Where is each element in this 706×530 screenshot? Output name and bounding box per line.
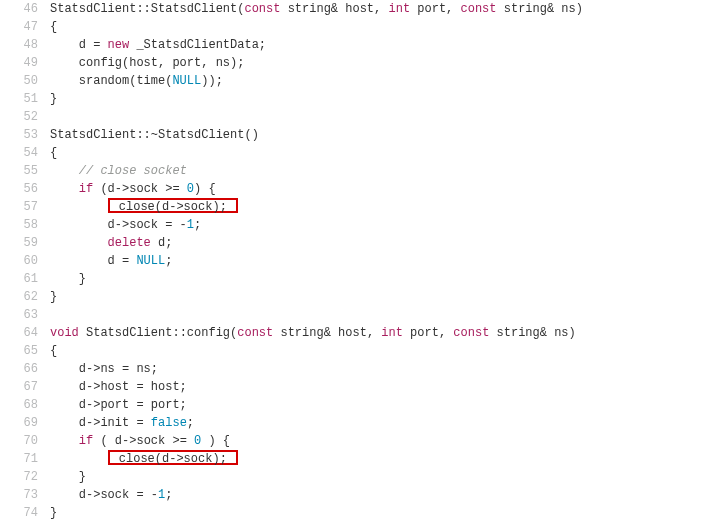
code-content: if (d->sock >= 0) { [50, 180, 216, 198]
code-line: 56 if (d->sock >= 0) { [0, 180, 706, 198]
line-number: 58 [0, 216, 50, 234]
code-content: close(d->sock); [50, 450, 238, 468]
code-content: void StatsdClient::config(const string& … [50, 324, 576, 342]
line-number: 53 [0, 126, 50, 144]
code-line: 59 delete d; [0, 234, 706, 252]
line-number: 62 [0, 288, 50, 306]
code-content: d->host = host; [50, 378, 187, 396]
line-number: 72 [0, 468, 50, 486]
line-number: 63 [0, 306, 50, 324]
line-number: 51 [0, 90, 50, 108]
line-number: 66 [0, 360, 50, 378]
code-line: 54{ [0, 144, 706, 162]
code-content: StatsdClient::~StatsdClient() [50, 126, 259, 144]
code-line: 53StatsdClient::~StatsdClient() [0, 126, 706, 144]
line-number: 61 [0, 270, 50, 288]
code-content: close(d->sock); [50, 198, 238, 216]
code-line: 47{ [0, 18, 706, 36]
line-number: 60 [0, 252, 50, 270]
code-content: } [50, 504, 57, 522]
code-line: 46StatsdClient::StatsdClient(const strin… [0, 0, 706, 18]
code-content: StatsdClient::StatsdClient(const string&… [50, 0, 583, 18]
line-number: 73 [0, 486, 50, 504]
code-content: d = new _StatsdClientData; [50, 36, 266, 54]
line-number: 68 [0, 396, 50, 414]
code-line: 62} [0, 288, 706, 306]
code-content: if ( d->sock >= 0 ) { [50, 432, 230, 450]
code-line: 60 d = NULL; [0, 252, 706, 270]
code-block: 46StatsdClient::StatsdClient(const strin… [0, 0, 706, 522]
code-line: 70 if ( d->sock >= 0 ) { [0, 432, 706, 450]
code-line: 72 } [0, 468, 706, 486]
line-number: 47 [0, 18, 50, 36]
code-content: config(host, port, ns); [50, 54, 244, 72]
code-line: 49 config(host, port, ns); [0, 54, 706, 72]
code-line: 67 d->host = host; [0, 378, 706, 396]
line-number: 59 [0, 234, 50, 252]
code-line: 61 } [0, 270, 706, 288]
code-line: 50 srandom(time(NULL)); [0, 72, 706, 90]
line-number: 46 [0, 0, 50, 18]
line-number: 54 [0, 144, 50, 162]
line-number: 71 [0, 450, 50, 468]
code-content: d = NULL; [50, 252, 172, 270]
code-line: 65{ [0, 342, 706, 360]
code-line: 68 d->port = port; [0, 396, 706, 414]
code-line: 71 close(d->sock); [0, 450, 706, 468]
highlighted-code: close(d->sock); [108, 450, 238, 465]
line-number: 50 [0, 72, 50, 90]
code-content: // close socket [50, 162, 187, 180]
code-line: 48 d = new _StatsdClientData; [0, 36, 706, 54]
code-line: 64void StatsdClient::config(const string… [0, 324, 706, 342]
line-number: 65 [0, 342, 50, 360]
code-content: srandom(time(NULL)); [50, 72, 223, 90]
highlighted-code: close(d->sock); [108, 198, 238, 213]
code-content: delete d; [50, 234, 172, 252]
code-line: 66 d->ns = ns; [0, 360, 706, 378]
line-number: 52 [0, 108, 50, 126]
line-number: 74 [0, 504, 50, 522]
line-number: 64 [0, 324, 50, 342]
line-number: 55 [0, 162, 50, 180]
line-number: 70 [0, 432, 50, 450]
line-number: 67 [0, 378, 50, 396]
code-content: d->init = false; [50, 414, 194, 432]
code-line: 55 // close socket [0, 162, 706, 180]
code-line: 73 d->sock = -1; [0, 486, 706, 504]
code-content: { [50, 18, 57, 36]
code-line: 74} [0, 504, 706, 522]
line-number: 49 [0, 54, 50, 72]
line-number: 57 [0, 198, 50, 216]
code-line: 63 [0, 306, 706, 324]
code-content: d->sock = -1; [50, 216, 201, 234]
code-content: { [50, 144, 57, 162]
line-number: 69 [0, 414, 50, 432]
code-content: d->sock = -1; [50, 486, 172, 504]
code-line: 58 d->sock = -1; [0, 216, 706, 234]
code-content: } [50, 90, 57, 108]
line-number: 48 [0, 36, 50, 54]
code-content: d->ns = ns; [50, 360, 158, 378]
code-line: 51} [0, 90, 706, 108]
code-content: } [50, 270, 86, 288]
code-content: d->port = port; [50, 396, 187, 414]
code-content: } [50, 468, 86, 486]
code-content: } [50, 288, 57, 306]
code-line: 52 [0, 108, 706, 126]
code-content: { [50, 342, 57, 360]
code-line: 69 d->init = false; [0, 414, 706, 432]
line-number: 56 [0, 180, 50, 198]
code-line: 57 close(d->sock); [0, 198, 706, 216]
